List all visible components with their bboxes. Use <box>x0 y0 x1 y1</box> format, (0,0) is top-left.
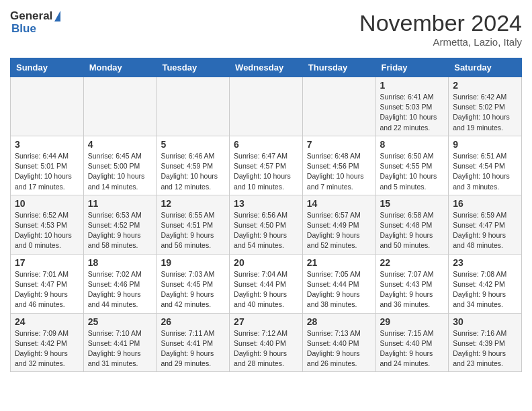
calendar-day-30: 30Sunrise: 7:16 AM Sunset: 4:39 PM Dayli… <box>449 313 522 372</box>
calendar-day-22: 22Sunrise: 7:07 AM Sunset: 4:43 PM Dayli… <box>375 254 449 313</box>
day-info: Sunrise: 6:44 AM Sunset: 5:01 PM Dayligh… <box>15 151 79 192</box>
day-number: 28 <box>307 316 371 327</box>
calendar-day-13: 13Sunrise: 6:56 AM Sunset: 4:50 PM Dayli… <box>230 195 303 254</box>
calendar-header-sunday: Sunday <box>11 58 84 77</box>
calendar-week-5: 24Sunrise: 7:09 AM Sunset: 4:42 PM Dayli… <box>11 313 522 372</box>
day-number: 22 <box>380 257 445 268</box>
day-info: Sunrise: 6:41 AM Sunset: 5:03 PM Dayligh… <box>380 92 445 133</box>
day-number: 25 <box>88 316 152 327</box>
day-number: 7 <box>307 139 371 150</box>
day-info: Sunrise: 6:50 AM Sunset: 4:55 PM Dayligh… <box>380 151 445 192</box>
day-number: 27 <box>234 316 298 327</box>
calendar-day-29: 29Sunrise: 7:15 AM Sunset: 4:40 PM Dayli… <box>375 313 449 372</box>
day-info: Sunrise: 7:13 AM Sunset: 4:40 PM Dayligh… <box>307 328 371 369</box>
calendar-day-14: 14Sunrise: 6:57 AM Sunset: 4:49 PM Dayli… <box>302 195 375 254</box>
calendar-day-2: 2Sunrise: 6:42 AM Sunset: 5:02 PM Daylig… <box>449 77 522 136</box>
day-info: Sunrise: 6:48 AM Sunset: 4:56 PM Dayligh… <box>307 151 371 192</box>
day-number: 11 <box>88 198 152 209</box>
day-info: Sunrise: 7:07 AM Sunset: 4:43 PM Dayligh… <box>380 269 445 310</box>
day-info: Sunrise: 6:56 AM Sunset: 4:50 PM Dayligh… <box>234 210 298 251</box>
day-number: 24 <box>15 316 79 327</box>
day-info: Sunrise: 6:46 AM Sunset: 4:59 PM Dayligh… <box>161 151 225 192</box>
calendar-day-16: 16Sunrise: 6:59 AM Sunset: 4:47 PM Dayli… <box>449 195 522 254</box>
calendar-empty-cell <box>230 77 303 136</box>
calendar-header-row: SundayMondayTuesdayWednesdayThursdayFrid… <box>11 58 522 77</box>
day-info: Sunrise: 6:47 AM Sunset: 4:57 PM Dayligh… <box>234 151 298 192</box>
day-info: Sunrise: 7:03 AM Sunset: 4:45 PM Dayligh… <box>161 269 225 310</box>
calendar-day-27: 27Sunrise: 7:12 AM Sunset: 4:40 PM Dayli… <box>230 313 303 372</box>
day-number: 5 <box>161 139 225 150</box>
calendar-header-wednesday: Wednesday <box>230 58 303 77</box>
day-number: 29 <box>380 316 445 327</box>
day-info: Sunrise: 7:12 AM Sunset: 4:40 PM Dayligh… <box>234 328 298 369</box>
calendar-header-friday: Friday <box>375 58 449 77</box>
day-info: Sunrise: 7:01 AM Sunset: 4:47 PM Dayligh… <box>15 269 79 310</box>
calendar-day-24: 24Sunrise: 7:09 AM Sunset: 4:42 PM Dayli… <box>11 313 84 372</box>
calendar-day-19: 19Sunrise: 7:03 AM Sunset: 4:45 PM Dayli… <box>157 254 230 313</box>
day-number: 13 <box>234 198 298 209</box>
calendar-header-thursday: Thursday <box>302 58 375 77</box>
day-number: 18 <box>88 257 152 268</box>
day-info: Sunrise: 7:10 AM Sunset: 4:41 PM Dayligh… <box>88 328 152 369</box>
day-number: 9 <box>453 139 517 150</box>
calendar-empty-cell <box>11 77 84 136</box>
calendar-day-1: 1Sunrise: 6:41 AM Sunset: 5:03 PM Daylig… <box>375 77 449 136</box>
day-number: 2 <box>453 80 517 91</box>
calendar-empty-cell <box>302 77 375 136</box>
calendar-day-18: 18Sunrise: 7:02 AM Sunset: 4:46 PM Dayli… <box>83 254 157 313</box>
calendar-week-3: 10Sunrise: 6:52 AM Sunset: 4:53 PM Dayli… <box>11 195 522 254</box>
calendar-empty-cell <box>83 77 157 136</box>
calendar-day-11: 11Sunrise: 6:53 AM Sunset: 4:52 PM Dayli… <box>83 195 157 254</box>
day-number: 30 <box>453 316 517 327</box>
calendar-day-5: 5Sunrise: 6:46 AM Sunset: 4:59 PM Daylig… <box>157 136 230 195</box>
day-number: 1 <box>380 80 445 91</box>
day-number: 19 <box>161 257 225 268</box>
day-number: 8 <box>380 139 445 150</box>
logo: General Blue <box>10 10 60 35</box>
calendar-day-20: 20Sunrise: 7:04 AM Sunset: 4:44 PM Dayli… <box>230 254 303 313</box>
calendar-day-3: 3Sunrise: 6:44 AM Sunset: 5:01 PM Daylig… <box>11 136 84 195</box>
calendar-day-9: 9Sunrise: 6:51 AM Sunset: 4:54 PM Daylig… <box>449 136 522 195</box>
calendar-header-tuesday: Tuesday <box>157 58 230 77</box>
day-info: Sunrise: 7:02 AM Sunset: 4:46 PM Dayligh… <box>88 269 152 310</box>
calendar: SundayMondayTuesdayWednesdayThursdayFrid… <box>10 58 522 372</box>
day-number: 17 <box>15 257 79 268</box>
day-info: Sunrise: 6:52 AM Sunset: 4:53 PM Dayligh… <box>15 210 79 251</box>
day-info: Sunrise: 6:42 AM Sunset: 5:02 PM Dayligh… <box>453 92 517 133</box>
day-info: Sunrise: 7:08 AM Sunset: 4:42 PM Dayligh… <box>453 269 517 310</box>
day-info: Sunrise: 7:11 AM Sunset: 4:41 PM Dayligh… <box>161 328 225 369</box>
calendar-week-1: 1Sunrise: 6:41 AM Sunset: 5:03 PM Daylig… <box>11 77 522 136</box>
header: General Blue November 2024 Armetta, Lazi… <box>10 10 522 48</box>
calendar-day-12: 12Sunrise: 6:55 AM Sunset: 4:51 PM Dayli… <box>157 195 230 254</box>
month-title: November 2024 <box>359 10 522 36</box>
title-section: November 2024 Armetta, Lazio, Italy <box>359 10 522 48</box>
day-info: Sunrise: 7:04 AM Sunset: 4:44 PM Dayligh… <box>234 269 298 310</box>
calendar-header-saturday: Saturday <box>449 58 522 77</box>
calendar-day-21: 21Sunrise: 7:05 AM Sunset: 4:44 PM Dayli… <box>302 254 375 313</box>
day-number: 12 <box>161 198 225 209</box>
calendar-day-26: 26Sunrise: 7:11 AM Sunset: 4:41 PM Dayli… <box>157 313 230 372</box>
day-info: Sunrise: 6:53 AM Sunset: 4:52 PM Dayligh… <box>88 210 152 251</box>
day-info: Sunrise: 7:05 AM Sunset: 4:44 PM Dayligh… <box>307 269 371 310</box>
day-number: 3 <box>15 139 79 150</box>
calendar-header-monday: Monday <box>83 58 157 77</box>
calendar-day-8: 8Sunrise: 6:50 AM Sunset: 4:55 PM Daylig… <box>375 136 449 195</box>
calendar-day-25: 25Sunrise: 7:10 AM Sunset: 4:41 PM Dayli… <box>83 313 157 372</box>
calendar-day-23: 23Sunrise: 7:08 AM Sunset: 4:42 PM Dayli… <box>449 254 522 313</box>
day-number: 15 <box>380 198 445 209</box>
calendar-day-10: 10Sunrise: 6:52 AM Sunset: 4:53 PM Dayli… <box>11 195 84 254</box>
day-info: Sunrise: 6:59 AM Sunset: 4:47 PM Dayligh… <box>453 210 517 251</box>
day-number: 21 <box>307 257 371 268</box>
calendar-day-7: 7Sunrise: 6:48 AM Sunset: 4:56 PM Daylig… <box>302 136 375 195</box>
day-number: 6 <box>234 139 298 150</box>
day-info: Sunrise: 6:51 AM Sunset: 4:54 PM Dayligh… <box>453 151 517 192</box>
day-number: 4 <box>88 139 152 150</box>
page: General Blue November 2024 Armetta, Lazi… <box>0 0 532 382</box>
day-info: Sunrise: 7:16 AM Sunset: 4:39 PM Dayligh… <box>453 328 517 369</box>
calendar-week-2: 3Sunrise: 6:44 AM Sunset: 5:01 PM Daylig… <box>11 136 522 195</box>
day-number: 20 <box>234 257 298 268</box>
calendar-day-15: 15Sunrise: 6:58 AM Sunset: 4:48 PM Dayli… <box>375 195 449 254</box>
logo-blue: Blue <box>11 23 60 36</box>
logo-general: General <box>10 10 52 23</box>
day-number: 16 <box>453 198 517 209</box>
